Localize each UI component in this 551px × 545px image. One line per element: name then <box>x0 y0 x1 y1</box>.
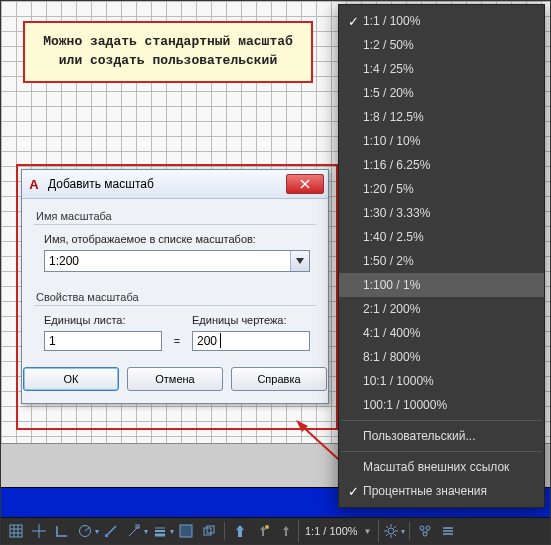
osnap-tracking-button[interactable] <box>123 520 145 542</box>
menu-item-label: 100:1 / 10000% <box>363 398 447 412</box>
group-header-name: Имя масштаба <box>34 207 316 224</box>
menu-item-scale[interactable]: 1:4 / 25% <box>339 57 544 81</box>
menu-item-label: 1:1 / 100% <box>363 14 420 28</box>
menu-item-scale[interactable]: 1:40 / 2.5% <box>339 225 544 249</box>
scale-props-group: Свойства масштаба Единицы листа: Единицы… <box>34 288 316 357</box>
menu-item-scale[interactable]: 1:30 / 3.33% <box>339 201 544 225</box>
annotation-callout: Можно задать стандартный масштаб или соз… <box>23 21 313 83</box>
svg-rect-17 <box>136 525 139 528</box>
svg-line-13 <box>85 527 90 531</box>
check-icon: ✓ <box>343 484 363 499</box>
dialog-titlebar: A Добавить масштаб <box>22 170 328 199</box>
menu-item-label: 10:1 / 1000% <box>363 374 434 388</box>
customization-button[interactable] <box>437 520 459 542</box>
check-icon: ✓ <box>343 14 363 29</box>
chevron-down-icon <box>296 258 304 264</box>
lineweight-toggle-button[interactable] <box>149 520 171 542</box>
callout-text: Можно задать стандартный масштаб или соз… <box>43 34 293 68</box>
menu-item-label: 1:5 / 20% <box>363 86 414 100</box>
selection-cycling-button[interactable] <box>198 520 220 542</box>
osnap-toggle-button[interactable] <box>100 520 122 542</box>
menu-item-scale[interactable]: 1:20 / 5% <box>339 177 544 201</box>
scale-name-input[interactable] <box>45 251 290 271</box>
menu-item-label: 8:1 / 800% <box>363 350 420 364</box>
svg-point-36 <box>426 526 430 530</box>
svg-rect-21 <box>180 525 192 537</box>
svg-line-34 <box>386 534 388 536</box>
scale-context-menu: ✓1:1 / 100%1:2 / 50%1:4 / 25%1:5 / 20%1:… <box>338 4 545 508</box>
menu-separator <box>341 420 542 421</box>
menu-item-scale[interactable]: 1:5 / 20% <box>339 81 544 105</box>
scale-selector[interactable]: 1:1 / 100% ▼ <box>298 520 379 542</box>
menu-item-label: 1:100 / 1% <box>363 278 420 292</box>
group-header-props: Свойства масштаба <box>34 288 316 305</box>
ok-button[interactable]: ОК <box>23 367 119 391</box>
menu-item-label: 1:4 / 25% <box>363 62 414 76</box>
cancel-button[interactable]: Отмена <box>127 367 223 391</box>
svg-line-32 <box>394 534 396 536</box>
polar-toggle-button[interactable] <box>74 520 96 542</box>
close-icon <box>300 179 310 189</box>
annotation-visibility-button[interactable] <box>229 520 251 542</box>
equals-sign: = <box>170 335 184 347</box>
svg-marker-4 <box>296 258 304 264</box>
menu-item-scale[interactable]: 1:8 / 12.5% <box>339 105 544 129</box>
menu-item-label: 2:1 / 200% <box>363 302 420 316</box>
drawing-units-label: Единицы чертежа: <box>192 314 310 326</box>
menu-item-label: 1:10 / 10% <box>363 134 420 148</box>
svg-point-26 <box>388 528 394 534</box>
close-button[interactable] <box>286 174 324 194</box>
menu-item-scale[interactable]: 2:1 / 200% <box>339 297 544 321</box>
isolate-objects-button[interactable] <box>414 520 436 542</box>
combo-drop-button[interactable] <box>290 251 309 271</box>
settings-gear-button[interactable] <box>380 520 402 542</box>
svg-line-33 <box>394 526 396 528</box>
menu-item-label: 1:8 / 12.5% <box>363 110 424 124</box>
menu-item-label: 1:40 / 2.5% <box>363 230 424 244</box>
menu-item-scale[interactable]: 1:100 / 1% <box>339 273 544 297</box>
menu-item-custom[interactable]: Пользовательский... <box>339 424 544 448</box>
paper-units-input[interactable] <box>44 331 162 351</box>
menu-item-label: 1:50 / 2% <box>363 254 414 268</box>
paper-units-label: Единицы листа: <box>44 314 162 326</box>
help-button[interactable]: Справка <box>231 367 327 391</box>
chevron-down-icon: ▼ <box>364 527 372 536</box>
menu-item-scale[interactable]: ✓1:1 / 100% <box>339 9 544 33</box>
menu-item-scale[interactable]: 8:1 / 800% <box>339 345 544 369</box>
menu-item-label: 4:1 / 400% <box>363 326 420 340</box>
menu-item-label: 1:20 / 5% <box>363 182 414 196</box>
menu-item-scale[interactable]: 1:2 / 50% <box>339 33 544 57</box>
add-scale-dialog: A Добавить масштаб Имя масштаба Имя, ото… <box>21 169 329 404</box>
menu-item-label: 1:2 / 50% <box>363 38 414 52</box>
text-cursor <box>220 333 221 348</box>
menu-item-xref-scale[interactable]: Масштаб внешних ссылок <box>339 455 544 479</box>
svg-rect-5 <box>10 525 22 537</box>
status-bar: ▾ ▾ ▾ 1:1 / 100% ▼ ▾ <box>1 517 550 544</box>
menu-item-percent[interactable]: ✓ Процентные значения <box>339 479 544 503</box>
auto-scale-button[interactable] <box>252 520 274 542</box>
transparency-toggle-button[interactable] <box>175 520 197 542</box>
menu-item-label: 1:16 / 6.25% <box>363 158 430 172</box>
menu-item-scale[interactable]: 1:16 / 6.25% <box>339 153 544 177</box>
scale-name-group: Имя масштаба Имя, отображаемое в списке … <box>34 207 316 278</box>
menu-item-scale[interactable]: 10:1 / 1000% <box>339 369 544 393</box>
menu-item-scale[interactable]: 4:1 / 400% <box>339 321 544 345</box>
dialog-title: Добавить масштаб <box>48 177 154 191</box>
svg-point-35 <box>420 526 424 530</box>
annotation-scale-button[interactable] <box>275 520 297 542</box>
menu-item-scale[interactable]: 1:50 / 2% <box>339 249 544 273</box>
menu-item-scale[interactable]: 100:1 / 10000% <box>339 393 544 417</box>
menu-separator <box>341 451 542 452</box>
drawing-units-input[interactable] <box>192 331 310 351</box>
name-field-label: Имя, отображаемое в списке масштабов: <box>44 233 310 245</box>
menu-item-scale[interactable]: 1:10 / 10% <box>339 129 544 153</box>
scale-name-combo[interactable] <box>44 250 310 272</box>
svg-rect-15 <box>105 534 108 537</box>
svg-line-31 <box>386 526 388 528</box>
current-scale-label: 1:1 / 100% <box>305 525 358 537</box>
ortho-toggle-button[interactable] <box>51 520 73 542</box>
snap-toggle-button[interactable] <box>28 520 50 542</box>
grid-toggle-button[interactable] <box>5 520 27 542</box>
app-icon: A <box>26 176 42 192</box>
menu-item-label: 1:30 / 3.33% <box>363 206 430 220</box>
